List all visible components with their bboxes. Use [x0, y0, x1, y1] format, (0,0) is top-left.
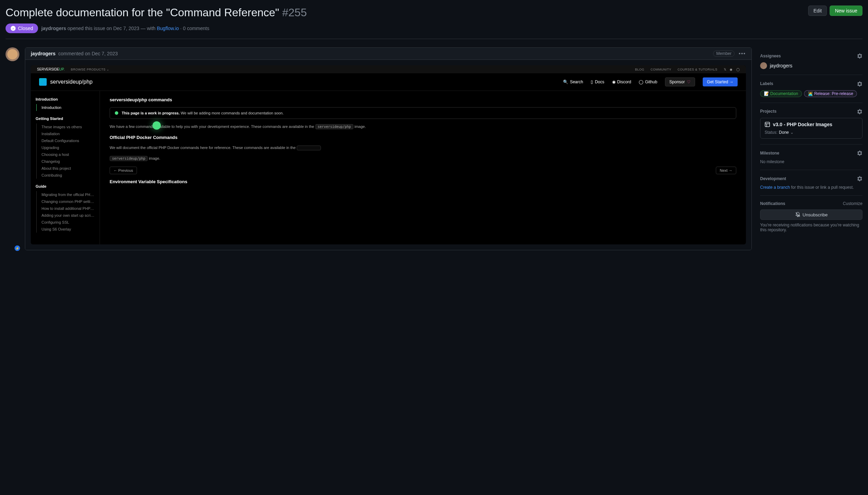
assignee[interactable]: jaydrogers: [760, 62, 862, 69]
gear-icon[interactable]: [857, 53, 862, 59]
gear-icon[interactable]: [857, 109, 862, 114]
closed-icon: [10, 26, 16, 31]
comment-header: jaydrogers commented on Dec 7, 2023 Memb…: [25, 48, 751, 60]
heart-icon: ♡: [687, 80, 691, 84]
unsubscribe-button[interactable]: Unsubscribe: [760, 209, 862, 220]
author-avatar[interactable]: ⚡: [6, 47, 19, 250]
github-icon: ◯: [736, 68, 740, 71]
prev-button: ← Previous: [110, 167, 137, 174]
cube-icon: [39, 78, 47, 86]
status-closed-pill: Closed: [6, 24, 38, 33]
development-text: for this issue or link a pull request.: [791, 185, 853, 190]
comment-menu-icon[interactable]: •••: [739, 51, 746, 56]
customize-link[interactable]: Customize: [843, 201, 862, 206]
emb-brand: serversideup/php: [39, 78, 93, 86]
member-badge: Member: [713, 50, 735, 57]
issue-author-link[interactable]: jaydrogers: [41, 26, 66, 31]
avatar-bolt-badge: ⚡: [14, 245, 21, 252]
gear-icon[interactable]: [857, 176, 862, 181]
labels-title: Labels: [760, 81, 773, 86]
project-icon: [765, 122, 770, 127]
project-status[interactable]: Status: Done ⌄: [765, 130, 858, 135]
info-icon: [115, 111, 118, 115]
issue-meta: Closed jaydrogers opened this issue on D…: [6, 24, 862, 39]
new-issue-button[interactable]: New issue: [830, 6, 862, 16]
svg-rect-1: [765, 122, 770, 127]
next-button: Next →: [716, 167, 736, 174]
issue-number: #255: [282, 6, 307, 19]
label-prerelease[interactable]: 🧑‍💻 Release: Pre-release: [804, 90, 857, 97]
gear-icon[interactable]: [857, 150, 862, 156]
milestone-title: Milestone: [760, 151, 779, 156]
cursor-indicator: [153, 121, 161, 130]
projects-title: Projects: [760, 109, 776, 114]
notifications-title: Notifications: [760, 201, 785, 206]
discord-icon: ◉: [730, 68, 733, 71]
twitter-icon: 𝕏: [724, 68, 727, 71]
bell-slash-icon: [795, 212, 801, 217]
create-branch-link[interactable]: Create a branch: [760, 185, 790, 190]
chevron-down-icon: ⌄: [790, 130, 794, 135]
comment-author-link[interactable]: jaydrogers: [31, 51, 56, 56]
project-card[interactable]: v3.0 - PHP Docker Images Status: Done ⌄: [760, 118, 862, 139]
assignees-title: Assignees: [760, 54, 781, 58]
discord-nav: ◉Discord: [612, 80, 631, 84]
search-icon: 🔍: [563, 80, 568, 84]
github-nav: ◯Github: [639, 80, 657, 84]
search-nav: 🔍Search: [563, 80, 583, 84]
issue-title: Complete documentation for the "Command …: [6, 6, 307, 19]
milestone-value: No milestone: [760, 159, 862, 164]
getstarted-button: Get Started →: [703, 77, 738, 86]
discord-icon: ◉: [612, 80, 616, 84]
browse-products: BROWSE PRODUCTS ⌄: [71, 68, 110, 71]
edit-button[interactable]: Edit: [808, 6, 827, 16]
bugflow-link[interactable]: Bugflow.io: [157, 26, 179, 31]
gear-icon[interactable]: [857, 81, 862, 86]
label-documentation[interactable]: 📝 Documentation: [760, 90, 802, 97]
sponsor-button: Sponsor♡: [665, 77, 695, 86]
book-icon: ▯: [591, 80, 593, 84]
github-icon: ◯: [639, 80, 643, 84]
docs-nav: ▯Docs: [591, 80, 604, 84]
avatar: [760, 62, 767, 69]
progress-alert: This page is a work in progress. We will…: [110, 107, 736, 119]
development-title: Development: [760, 176, 786, 181]
emb-logo: ServerSideUP.: [37, 67, 65, 71]
embedded-screenshot: ServerSideUP. BROWSE PRODUCTS ⌄ BLOG COM…: [31, 65, 746, 244]
sidebar-item: Introduction: [36, 104, 95, 111]
notification-reason: You're receiving notifications because y…: [760, 223, 862, 232]
